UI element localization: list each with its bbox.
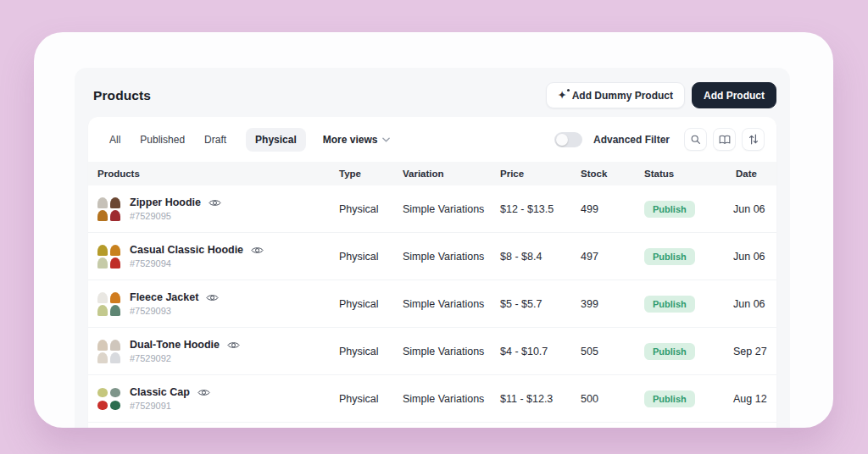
search-icon [690,134,701,145]
eye-icon[interactable] [227,340,240,350]
tab-draft[interactable]: Draft [204,134,226,146]
variant-swatch [110,257,120,269]
product-date: Aug 12 [733,393,767,405]
product-name: Casual Classic Hoodie [130,244,243,256]
table-body: Zipper Hoodie #7529095 Physical Simple V… [88,185,776,423]
eye-icon[interactable] [209,198,221,208]
header-actions: ✦ Add Dummy Product Add Product [546,82,776,108]
app-window: Products ✦ Add Dummy Product Add Product… [34,32,833,428]
product-price: $11 - $12.3 [500,393,581,405]
variant-swatch [97,388,108,397]
column-header-date: Date [733,169,757,179]
column-header-stock: Stock [581,169,644,179]
status-badge: Publish [644,390,695,407]
product-id: #7529094 [130,258,264,269]
more-views-label: More views [323,134,378,146]
product-type: Physical [339,346,403,357]
variant-swatch [110,401,120,410]
product-id: #7529092 [130,353,240,363]
toggle-knob [556,134,568,146]
tab-physical[interactable]: Physical [246,128,306,152]
eye-icon[interactable] [198,388,210,397]
product-name: Dual-Tone Hoodie [130,339,220,351]
tabs-row: All Published Draft Physical More views … [88,117,776,162]
sort-button[interactable] [742,128,765,151]
variant-swatch [97,245,108,256]
eye-icon[interactable] [251,246,264,255]
search-button[interactable] [684,128,707,151]
advanced-filter-toggle[interactable] [554,132,582,147]
variant-swatch [110,352,120,363]
table-row[interactable]: Casual Classic Hoodie #7529094 Physical … [88,233,776,280]
add-product-button[interactable]: Add Product [692,82,776,108]
product-date: Jun 06 [733,251,765,263]
product-stock: 505 [581,346,644,357]
product-thumbnails [97,292,120,316]
sparkle-icon: ✦ [558,91,565,100]
product-variation: Simple Variations [403,298,500,310]
table-row[interactable]: Fleece Jacket #7529093 Physical Simple V… [88,280,776,328]
product-id: #7529091 [130,401,210,411]
advanced-filter-label: Advanced Filter [593,134,670,146]
add-dummy-product-label: Add Dummy Product [572,91,673,101]
table-header: Products Type Variation Price Stock Stat… [88,162,776,185]
variant-swatch [97,257,108,269]
status-badge: Publish [644,296,695,313]
tab-all[interactable]: All [109,134,120,146]
variant-swatch [110,245,120,256]
page-title: Products [93,88,151,103]
products-card: All Published Draft Physical More views … [88,117,776,428]
table-row[interactable]: Dual-Tone Hoodie #7529092 Physical Simpl… [88,328,776,375]
product-price: $4 - $10.7 [500,346,581,357]
product-stock: 499 [581,203,644,215]
column-header-price: Price [500,169,581,179]
product-name: Zipper Hoodie [130,197,201,208]
product-date: Jun 06 [733,203,765,215]
product-date: Jun 06 [733,298,765,310]
variant-swatch [110,388,120,397]
variant-swatch [110,292,120,303]
tab-more-views[interactable]: More views [323,134,391,146]
filter-bar: Advanced Filter [554,128,765,151]
product-price: $8 - $8.4 [500,251,581,263]
product-type: Physical [339,203,403,215]
column-header-status: Status [644,169,733,179]
product-type: Physical [339,393,403,405]
variant-swatch [97,352,108,363]
variant-swatch [110,340,120,351]
tab-published[interactable]: Published [140,134,185,146]
status-badge: Publish [644,343,695,360]
variant-swatch [97,305,108,316]
variant-swatch [97,340,108,351]
table-row[interactable]: Classic Cap #7529091 Physical Simple Var… [88,375,776,423]
product-variation: Simple Variations [403,346,500,357]
variant-swatch [97,210,108,221]
chevron-down-icon [382,137,390,142]
product-name: Classic Cap [130,386,190,398]
add-dummy-product-button[interactable]: ✦ Add Dummy Product [546,82,685,108]
product-variation: Simple Variations [403,251,500,263]
product-type: Physical [339,298,403,310]
variant-swatch [97,401,108,410]
product-thumbnails [97,387,120,411]
variant-swatch [97,292,108,303]
product-id: #7529093 [130,306,219,316]
variant-swatch [110,210,120,221]
eye-icon[interactable] [206,293,219,302]
product-price: $5 - $5.7 [500,298,581,310]
catalog-button[interactable] [713,128,736,151]
product-thumbnails [97,197,120,221]
product-stock: 497 [581,251,644,263]
variant-swatch [97,197,108,208]
book-icon [719,135,731,145]
product-stock: 500 [581,393,644,405]
product-price: $12 - $13.5 [500,203,581,215]
column-header-products: Products [97,169,339,179]
product-thumbnails [97,340,120,363]
product-date: Sep 27 [733,346,767,357]
product-name: Fleece Jacket [130,291,198,303]
sort-arrows-icon [748,134,759,145]
table-row[interactable]: Zipper Hoodie #7529095 Physical Simple V… [88,185,776,233]
column-header-type: Type [339,169,403,179]
product-variation: Simple Variations [403,203,500,215]
